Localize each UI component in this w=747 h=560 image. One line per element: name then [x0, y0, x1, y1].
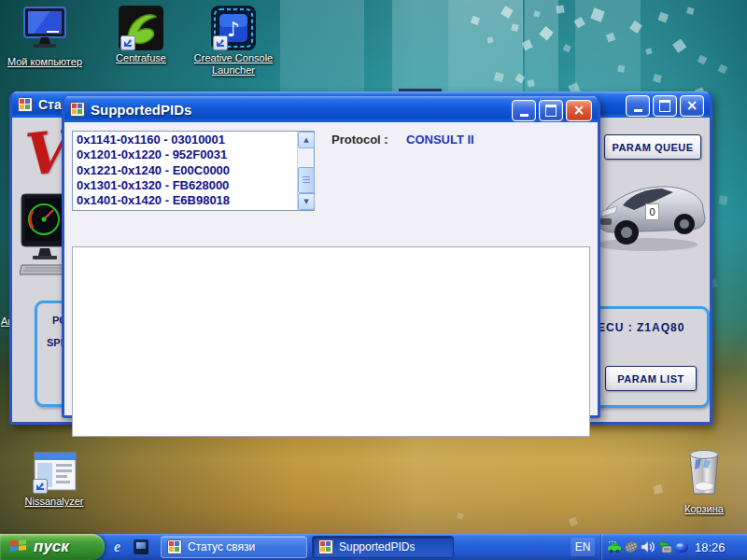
- language-indicator[interactable]: EN: [571, 538, 595, 556]
- minimize-button[interactable]: [512, 100, 536, 121]
- list-scrollbar[interactable]: ▲ ▼: [297, 132, 314, 210]
- dialog-title: SupportedPIDs: [91, 102, 191, 118]
- winforms-icon: [167, 539, 182, 554]
- app-logo-v: V: [16, 118, 67, 189]
- my-computer-icon: [19, 6, 71, 50]
- desktop-icon-label: Launcher: [183, 64, 284, 77]
- shortcut-arrow-icon: [33, 479, 48, 494]
- maximize-button[interactable]: [653, 95, 677, 117]
- start-button[interactable]: пуск: [0, 534, 105, 560]
- pid-list-item[interactable]: 0x1401-0x1420 - E6B98018: [74, 193, 297, 208]
- param-list-button[interactable]: PARAM LIST: [605, 366, 697, 391]
- desktop-icon-label: Centrafuse: [99, 52, 183, 64]
- taskbar-task-supportedpids[interactable]: SupportedPIDs: [312, 536, 454, 558]
- internet-explorer-icon[interactable]: e: [114, 539, 129, 554]
- pid-detail-panel: [72, 246, 590, 437]
- safely-remove-icon[interactable]: [657, 539, 672, 554]
- system-tray: [601, 534, 602, 560]
- pid-list-item[interactable]: 0x1301-0x1320 - FB628000: [74, 178, 297, 193]
- desktop-icon-creative-console-launcher[interactable]: ♪ Creative Console Launcher: [183, 6, 284, 77]
- taskbar-task-status[interactable]: Статус связи: [161, 536, 307, 558]
- maximize-button[interactable]: [539, 100, 563, 121]
- scroll-up-button[interactable]: ▲: [298, 132, 315, 148]
- desktop-icon-recycle-bin[interactable]: Корзина: [665, 445, 743, 515]
- screen: { "desktop_icons": { "my_computer": "Мой…: [0, 0, 747, 560]
- taskbar: пуск e Статус связи SupportedPIDs EN: [0, 534, 747, 560]
- desktop-icon-label: Nissanalyzer: [9, 496, 99, 508]
- pid-list-item[interactable]: 0x1201-0x1220 - 952F0031: [74, 147, 297, 162]
- desktop-icon-my-computer[interactable]: Мой компьютер: [2, 6, 88, 68]
- vehicle-icon[interactable]: [607, 539, 622, 554]
- desktop-icon-label: Creative Console: [183, 52, 284, 64]
- minimize-button[interactable]: [626, 95, 650, 117]
- winforms-icon: [318, 539, 333, 554]
- quick-launch-app-icon[interactable]: [134, 539, 148, 554]
- scroll-down-button[interactable]: ▼: [298, 193, 315, 210]
- desktop-icon-nissanalyzer[interactable]: Nissanalyzer: [9, 451, 99, 508]
- winforms-icon: [18, 97, 33, 112]
- start-label: пуск: [34, 538, 69, 556]
- shortcut-arrow-icon: [120, 35, 135, 50]
- protocol-value: CONSULT II: [406, 133, 474, 147]
- car-count-badge: 0: [645, 203, 659, 220]
- desktop-icon-centrafuse[interactable]: Centrafuse: [99, 6, 183, 64]
- pid-list-item[interactable]: 0x1141-0x1160 - 03010001: [74, 133, 297, 147]
- volume-icon[interactable]: [641, 539, 655, 554]
- param-queue-button[interactable]: PARAM QUEUE: [604, 134, 701, 160]
- close-button[interactable]: ×: [566, 100, 592, 121]
- dialog-titlebar[interactable]: SupportedPIDs ×: [64, 96, 598, 122]
- shortcut-arrow-icon: [213, 35, 228, 50]
- windows-flag-icon: [9, 539, 28, 555]
- ecu-panel: ECU : Z1AQ80 PARAM LIST: [590, 306, 710, 408]
- scroll-thumb[interactable]: [298, 167, 315, 193]
- mesh-ball-icon[interactable]: [624, 539, 639, 554]
- desktop-icon-label: Корзина: [665, 503, 743, 515]
- supported-pids-dialog: SupportedPIDs × 0x1141-0x1160 - 03010001…: [62, 96, 600, 418]
- supported-pids-listbox[interactable]: 0x1141-0x1160 - 03010001 0x1201-0x1220 -…: [72, 131, 315, 211]
- close-button[interactable]: ×: [680, 95, 704, 117]
- desktop-icon-label: Мой компьютер: [2, 56, 88, 68]
- blue-ball-icon[interactable]: [674, 539, 689, 554]
- winforms-icon: [70, 102, 85, 117]
- protocol-label: Protocol :: [331, 133, 388, 147]
- svg-text:♪: ♪: [227, 18, 240, 41]
- recycle-bin-icon: [683, 445, 726, 497]
- ecu-label: ECU : Z1AQ80: [598, 321, 684, 334]
- pid-list-item[interactable]: 0x1221-0x1240 - E00C0000: [74, 163, 297, 178]
- taskbar-clock[interactable]: 18:26: [695, 540, 726, 554]
